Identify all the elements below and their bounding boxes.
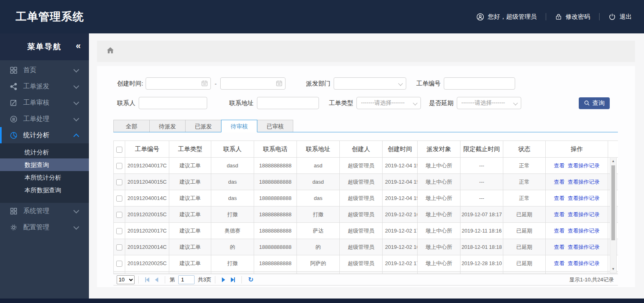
view-log-link[interactable]: 查看操作记录 <box>568 195 600 201</box>
first-page-button[interactable] <box>145 277 149 282</box>
contact-input[interactable] <box>139 97 207 109</box>
cell-dispatch_target: 墩上中心所 <box>418 255 460 272</box>
last-page-button[interactable] <box>231 277 235 282</box>
cell-create_time: 2019-12-02 16 <box>383 206 418 223</box>
next-page-button[interactable] <box>222 277 225 282</box>
collapse-sidebar-icon[interactable]: « <box>76 41 81 51</box>
home-icon[interactable] <box>106 46 115 56</box>
table-row: 201912040017C建议工单dasd18888888888asd超级管理员… <box>114 158 618 174</box>
view-log-link[interactable]: 查看操作记录 <box>568 179 600 185</box>
address-input[interactable] <box>257 97 319 109</box>
greeting-text: 您好，超级管理员 <box>488 13 537 21</box>
view-log-link[interactable]: 查看操作记录 <box>568 228 600 234</box>
view-link[interactable]: 查看 <box>554 244 564 250</box>
chevron-down-icon <box>513 101 518 105</box>
cell-order_no: 201912020017C <box>125 223 169 239</box>
order-type-select[interactable]: -------请选择------- <box>356 97 421 109</box>
sidebar-item-label: 系统管理 <box>23 207 49 215</box>
scroll-down-icon[interactable]: ▼ <box>610 266 616 272</box>
view-log-link[interactable]: 查看操作记录 <box>568 260 600 266</box>
view-log-link[interactable]: 查看操作记录 <box>568 244 600 250</box>
sidebar: 菜单导航 « 首页工单派发工单审核工单处理统计分析统计分析数据查询本所统计分析本… <box>0 33 89 299</box>
sidebar-item-label: 首页 <box>23 66 36 75</box>
sidebar-item-label: 工单审核 <box>23 99 49 107</box>
chevron-down-icon <box>73 83 79 88</box>
sidebar-subitem-local-data[interactable]: 本所数据查询 <box>0 184 89 196</box>
tab-2[interactable]: 已派发 <box>185 120 221 132</box>
sidebar-item-system[interactable]: 系统管理 <box>0 203 89 219</box>
sidebar-subitem-stats-analysis[interactable]: 统计分析 <box>0 146 89 158</box>
column-header: 联系电话 <box>254 141 297 158</box>
row-checkbox[interactable] <box>116 261 122 267</box>
view-log-link[interactable]: 查看操作记录 <box>568 211 600 217</box>
sidebar-item-home[interactable]: 首页 <box>0 62 89 78</box>
sidebar-subitem-data-query[interactable]: 数据查询 <box>0 158 89 171</box>
view-link[interactable]: 查看 <box>554 162 564 169</box>
dispatch-dept-label: 派发部门 <box>306 80 330 88</box>
table-row: 201912020025C建议工单打撒18888888888阿萨的超级管理员20… <box>114 255 618 272</box>
view-log-link[interactable]: 查看操作记录 <box>568 162 600 169</box>
calendar-icon[interactable] <box>276 80 283 88</box>
cell-phone: 18888888888 <box>254 158 297 174</box>
row-checkbox[interactable] <box>116 228 122 234</box>
sidebar-item-config[interactable]: 配置管理 <box>0 219 89 235</box>
view-link[interactable]: 查看 <box>554 211 564 217</box>
chevron-down-icon <box>73 99 79 105</box>
search-button[interactable]: 查询 <box>579 97 610 109</box>
status-cell: 正常 <box>503 158 546 174</box>
tab-0[interactable]: 全部 <box>113 120 150 132</box>
page-size-select[interactable]: 10 <box>117 275 135 284</box>
table-scrollbar[interactable]: ▲ ▼ <box>610 157 617 273</box>
main-content: 创建时间: - 派发部门 工单编号 <box>89 33 644 299</box>
delay-select[interactable]: -------请选择------- <box>457 97 521 109</box>
scrollbar-thumb[interactable] <box>611 165 615 240</box>
dispatch-dept-select[interactable] <box>334 77 406 90</box>
cell-phone: 18888888888 <box>254 223 297 239</box>
page-number-input[interactable] <box>178 275 195 284</box>
cell-dispatch_target: 墩上中心所 <box>418 174 460 190</box>
column-header: 联系人 <box>211 141 254 158</box>
breadcrumb <box>97 41 635 62</box>
row-checkbox[interactable] <box>116 163 122 169</box>
dashboard-icon <box>10 66 18 74</box>
tab-4[interactable]: 已审核 <box>257 120 293 132</box>
sidebar-item-dispatch[interactable]: 工单派发 <box>0 78 89 94</box>
calendar-icon[interactable] <box>201 80 208 88</box>
view-link[interactable]: 查看 <box>554 260 564 266</box>
cell-order_type: 建议工单 <box>169 174 211 190</box>
select-all-checkbox[interactable] <box>116 147 122 153</box>
user-greeting[interactable]: 您好，超级管理员 <box>476 13 537 21</box>
sidebar-item-process[interactable]: 工单处理 <box>0 111 89 127</box>
change-password-button[interactable]: 修改密码 <box>555 13 590 21</box>
actions-cell: 查看查看操作记录 <box>546 158 608 174</box>
spacer-header <box>608 141 618 158</box>
cell-address: das <box>297 190 340 206</box>
row-checkbox[interactable] <box>116 244 122 250</box>
cell-phone: 18888888888 <box>254 190 297 206</box>
refresh-icon[interactable]: ↻ <box>248 276 253 283</box>
cell-phone: 18888888888 <box>254 239 297 255</box>
prev-page-button[interactable] <box>155 277 158 282</box>
tab-3[interactable]: 待审核 <box>221 120 257 132</box>
view-link[interactable]: 查看 <box>554 228 564 234</box>
top-header: 工单管理系统 您好，超级管理员 修改密码 退出 <box>0 0 644 33</box>
row-checkbox[interactable] <box>116 179 122 185</box>
order-no-input[interactable] <box>444 77 515 90</box>
sidebar-item-label: 工单处理 <box>23 115 49 123</box>
cell-creator: 超级管理员 <box>340 190 383 206</box>
table-row-partial <box>114 272 618 274</box>
view-link[interactable]: 查看 <box>554 179 564 185</box>
row-checkbox[interactable] <box>116 195 122 202</box>
sidebar-subitem-local-stats[interactable]: 本所统计分析 <box>0 171 89 184</box>
scroll-up-icon[interactable]: ▲ <box>610 158 616 164</box>
view-link[interactable]: 查看 <box>554 195 564 201</box>
lock-icon <box>555 13 562 20</box>
column-header: 操作 <box>546 141 608 158</box>
sidebar-item-stats[interactable]: 统计分析 <box>0 127 89 143</box>
tab-1[interactable]: 待派发 <box>149 120 186 132</box>
logout-button[interactable]: 退出 <box>609 13 632 21</box>
sidebar-item-review[interactable]: 工单审核 <box>0 94 89 111</box>
chevron-down-icon <box>73 207 79 213</box>
row-checkbox[interactable] <box>116 212 122 218</box>
table-row: 201912020015C建议工单打撒18888888888打撒超级管理员201… <box>114 206 618 223</box>
